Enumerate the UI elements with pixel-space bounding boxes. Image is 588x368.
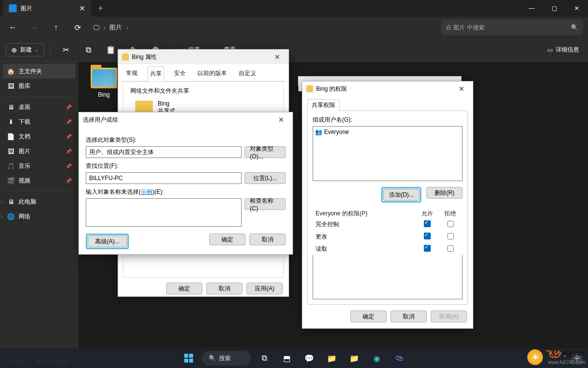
minimize-button[interactable]: — [520, 0, 543, 16]
sidebar-item-pictures[interactable]: 🖼图片📌 [3, 144, 75, 158]
cancel-button[interactable]: 取消 [249, 234, 286, 245]
close-icon[interactable]: ✕ [270, 53, 285, 61]
separator [3, 96, 75, 97]
close-window-button[interactable]: ✕ [565, 0, 588, 16]
pin-icon: 📌 [66, 163, 72, 169]
folder-icon [91, 68, 117, 88]
cancel-button[interactable]: 取消 [391, 311, 427, 322]
sidebar-item-network[interactable]: ›🌐网络 [3, 209, 75, 224]
toolbar: ⊕ 新建 ⌄ ✂ ⧉ 📋 ✎ 🗑 ↑↓ 排序 ⌄ ▭ 查看 ⌄ ⋯ ▭ 详细信息 [0, 38, 588, 62]
dialog-title: Bing 的权限 [316, 85, 347, 93]
tab-customize[interactable]: 自定义 [237, 66, 258, 81]
allow-read[interactable] [424, 245, 431, 252]
apply-button[interactable]: 应用(A) [246, 283, 283, 294]
ok-button[interactable]: 确定 [209, 234, 245, 245]
gallery-icon: 🖼 [7, 82, 15, 90]
task-view-button[interactable]: ⧉ [255, 350, 273, 366]
close-icon[interactable]: ✕ [274, 116, 289, 124]
sidebar-item-documents[interactable]: 📄文档📌 [3, 129, 75, 144]
close-icon[interactable]: ✕ [454, 85, 469, 93]
apply-button[interactable]: 应用(A) [431, 311, 467, 322]
address-bar[interactable]: 🖵 › 图片 › [93, 23, 128, 32]
copy-button[interactable]: ⧉ [79, 42, 98, 58]
example-link[interactable]: 示例 [141, 188, 152, 195]
deny-full-control[interactable] [447, 221, 454, 227]
object-types-button[interactable]: 对象类型(O)... [245, 146, 286, 158]
taskbar-search[interactable]: 🔍 搜索 [202, 351, 251, 366]
deny-change[interactable] [447, 233, 454, 239]
search-placeholder: 在 图片 中搜索 [446, 24, 485, 32]
expand-icon[interactable]: › [1, 214, 2, 219]
search-input[interactable]: 在 图片 中搜索 🔍 [441, 20, 583, 35]
detail-icon: ▭ [547, 47, 553, 53]
chevron-down-icon: ⌄ [35, 48, 39, 53]
tab-share-permissions[interactable]: 共享权限 [307, 99, 340, 111]
sidebar-item-home[interactable]: 🏠 主文件夹 [3, 64, 75, 79]
tab-sharing[interactable]: 共享 [147, 66, 164, 81]
object-type-box: 用户、组或内置安全主体 [86, 146, 242, 158]
chat-button[interactable]: 💬 [300, 350, 318, 366]
expand-icon[interactable]: › [1, 199, 2, 205]
sidebar-item-music[interactable]: 🎵音乐📌 [3, 158, 75, 173]
advanced-button[interactable]: 高级(A)... [88, 236, 127, 247]
locations-button[interactable]: 位置(L)... [245, 172, 286, 184]
store-button[interactable]: 🛍 [390, 350, 409, 366]
tab-security[interactable]: 安全 [172, 66, 188, 81]
separator [3, 191, 75, 191]
allow-full-control[interactable] [424, 220, 431, 227]
perm-for-label: Everyone 的权限(P) [314, 210, 415, 218]
breadcrumb[interactable]: 图片 [109, 23, 122, 32]
allow-change[interactable] [424, 233, 431, 239]
group-users-label: 组或用户名(G): [313, 116, 463, 124]
sidebar-item-downloads[interactable]: ⬇下载📌 [3, 114, 75, 129]
maximize-button[interactable]: ▢ [543, 0, 565, 16]
perm-row-label: 读取 [314, 243, 415, 255]
dialog-title-bar[interactable]: 选择用户或组 ✕ [79, 112, 293, 127]
dialog-title: Bing 属性 [132, 53, 157, 61]
new-button[interactable]: ⊕ 新建 ⌄ [6, 43, 44, 56]
detail-button[interactable]: 详细信息 [556, 46, 579, 54]
add-button[interactable]: 添加(D)... [383, 189, 419, 201]
close-tab-icon[interactable]: ✕ [79, 4, 85, 12]
window-tab[interactable]: 图片 ✕ [3, 0, 91, 17]
monitor-icon: 🖵 [93, 24, 99, 31]
location-box: BILLYFU-PC [86, 172, 242, 184]
refresh-button[interactable]: ⟳ [70, 20, 85, 35]
highlight: 高级(A)... [86, 234, 129, 249]
tab-general[interactable]: 常规 [124, 66, 140, 81]
explorer-button[interactable]: 📁 [322, 350, 341, 366]
cut-button[interactable]: ✂ [56, 42, 75, 58]
edge-button[interactable]: ◉ [368, 350, 386, 366]
perm-row-label: 更改 [314, 231, 415, 242]
tab-previous-versions[interactable]: 以前的版本 [196, 66, 229, 81]
start-button[interactable] [179, 350, 198, 366]
back-button[interactable]: ← [5, 20, 21, 35]
sidebar: 🏠 主文件夹 🖼 图库 🖥桌面📌 ⬇下载📌 📄文档📌 🖼图片📌 🎵音乐📌 🎬视频… [0, 62, 78, 348]
add-tab-button[interactable]: + [98, 3, 103, 14]
window-controls: — ▢ ✕ [520, 0, 588, 16]
object-name-input[interactable] [86, 198, 242, 227]
check-names-button[interactable]: 检查名称(C) [245, 198, 286, 210]
cancel-button[interactable]: 取消 [206, 283, 243, 294]
ok-button[interactable]: 确定 [350, 311, 387, 322]
ok-button[interactable]: 确定 [166, 283, 202, 294]
sidebar-item-videos[interactable]: 🎬视频📌 [3, 173, 75, 188]
highlight: 添加(D)... [381, 187, 421, 203]
explorer-running-button[interactable]: 📁 [345, 350, 364, 366]
forward-button[interactable]: → [26, 20, 42, 35]
chevron-icon: › [103, 24, 105, 31]
dialog-title-bar[interactable]: Bing 的权限 ✕ [302, 81, 473, 96]
dialog-title-bar[interactable]: Bing 属性 ✕ [118, 50, 289, 64]
up-button[interactable]: ↑ [48, 20, 64, 35]
widgets-button[interactable]: ⬒ [277, 350, 296, 366]
remove-button[interactable]: 删除(R) [426, 187, 463, 199]
dialog-title: 选择用户或组 [83, 116, 118, 124]
sidebar-item-gallery[interactable]: 🖼 图库 [3, 79, 75, 93]
user-list[interactable]: 👥 Everyone [313, 126, 463, 181]
sidebar-item-thispc[interactable]: ›🖥此电脑 [3, 194, 75, 209]
user-item[interactable]: 👥 Everyone [315, 129, 460, 135]
folder-label: Bing [98, 91, 110, 98]
search-icon: 🔍 [571, 24, 578, 31]
deny-read[interactable] [447, 245, 454, 252]
sidebar-item-desktop[interactable]: 🖥桌面📌 [3, 100, 75, 114]
